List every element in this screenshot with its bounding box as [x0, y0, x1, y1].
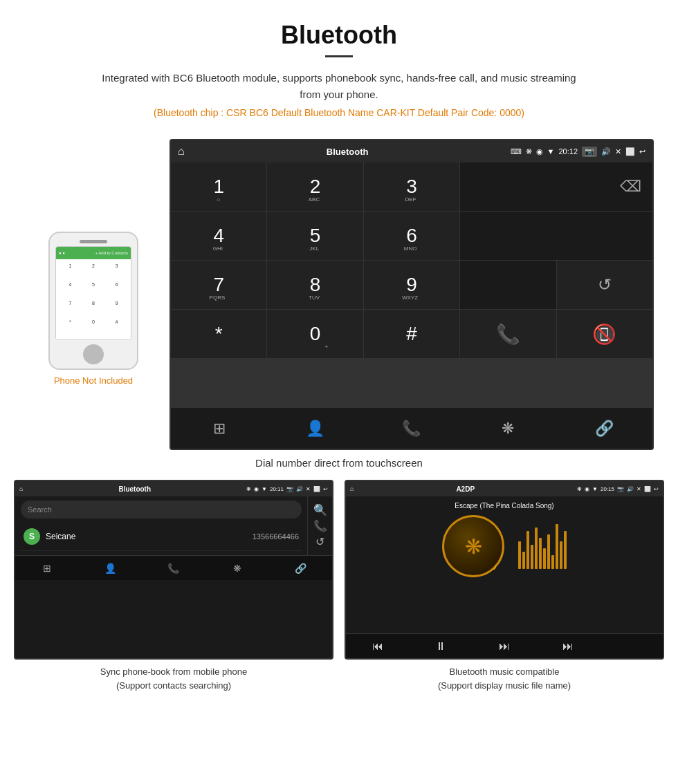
bluetooth-bottom-icon: ❋ — [502, 420, 514, 438]
eq-bar-6 — [539, 538, 542, 569]
pb-bt-btn[interactable]: ❋ — [205, 556, 269, 580]
dial-key-0[interactable]: 0 + — [267, 310, 363, 358]
eq-visualizer — [518, 524, 567, 569]
music-screen-wrap: ⌂ A2DP ❋ ◉ ▼ 20:15 📷 🔊 ✕ ⬜ ↩ Escape (The… — [345, 480, 664, 692]
phone-screen: ● ● + Add to Contacts 123 456 789 *0# — [55, 246, 131, 339]
song-title: Escape (The Pina Colada Song) — [455, 502, 553, 510]
music-back-icon: ↩ — [654, 486, 659, 492]
eq-bar-9 — [551, 555, 554, 569]
bottom-link-icon[interactable]: 🔗 — [556, 408, 652, 449]
bluetooth-info: (Bluetooth chip : CSR BC6 Default Blueto… — [28, 107, 650, 118]
phone-add-contact: + Add to Contacts — [95, 251, 128, 255]
bottom-person-icon[interactable]: 👤 — [267, 408, 363, 449]
search-placeholder: Search — [28, 505, 52, 514]
pb-loc-icon: ◉ — [254, 486, 259, 492]
bottom-screens-area: ⌂ Bluetooth ❋ ◉ ▼ 20:11 📷 🔊 ✕ ⬜ ↩ — [0, 480, 678, 692]
music-title: A2DP — [354, 485, 577, 493]
music-caption: Bluetooth music compatible (Support disp… — [438, 665, 571, 692]
pb-person-btn[interactable]: 👤 — [79, 556, 143, 580]
person-icon: 👤 — [306, 420, 324, 438]
bottom-bluetooth-icon[interactable]: ❋ — [460, 408, 556, 449]
grid-icon: ⊞ — [213, 420, 226, 438]
home-icon: ⌂ — [178, 145, 185, 158]
contact-initial: S — [29, 532, 35, 541]
dial-key-star[interactable]: * — [171, 310, 266, 358]
main-android-screen: ⌂ Bluetooth ⌨ ❋ ◉ ▼ 20:12 📷 🔊 ✕ ⬜ ↩ 1 ⌂ — [170, 139, 654, 450]
search-bar[interactable]: Search — [21, 501, 302, 519]
pb-statusbar-right: ❋ ◉ ▼ 20:11 📷 🔊 ✕ ⬜ ↩ — [246, 486, 328, 492]
phonebook-screen-wrap: ⌂ Bluetooth ❋ ◉ ▼ 20:11 📷 🔊 ✕ ⬜ ↩ — [14, 480, 333, 692]
pb-x-icon: ✕ — [306, 486, 311, 492]
pb-search-side-icon[interactable]: 🔍 — [313, 503, 327, 516]
dial-refresh[interactable]: ↺ — [557, 261, 652, 309]
call-green-icon: 📞 — [496, 323, 520, 346]
contact-name: Seicane — [46, 532, 253, 541]
phone-dial-area: 123 456 789 *0# — [56, 259, 131, 339]
page-description: Integrated with BC6 Bluetooth module, su… — [97, 70, 581, 103]
phonebook-body: Search S Seicane 13566664466 🔍 📞 — [15, 496, 332, 555]
dial-key-3[interactable]: 3 DEF — [364, 162, 459, 211]
page-header: Bluetooth Integrated with BC6 Bluetooth … — [0, 0, 678, 139]
pb-link-btn[interactable]: 🔗 — [268, 556, 332, 580]
dial-key-6[interactable]: 6 MNO — [364, 212, 459, 260]
pb-cam-icon: 📷 — [286, 486, 293, 492]
bottom-grid-icon[interactable]: ⊞ — [171, 408, 267, 449]
dial-key-hash[interactable]: # — [364, 310, 459, 358]
eq-bar-11 — [560, 541, 562, 569]
music-play-pause[interactable]: ⏸ — [410, 634, 473, 658]
eq-bar-10 — [556, 524, 558, 569]
music-screen: ⌂ A2DP ❋ ◉ ▼ 20:15 📷 🔊 ✕ ⬜ ↩ Escape (The… — [345, 480, 664, 660]
camera-icon: 📷 — [582, 147, 597, 157]
music-extra[interactable] — [599, 634, 663, 658]
dial-key-8[interactable]: 8 TUV — [267, 261, 363, 309]
statusbar-right: ⌨ ❋ ◉ ▼ 20:12 📷 🔊 ✕ ⬜ ↩ — [511, 147, 645, 157]
music-skip-fwd[interactable]: ⏭ — [473, 634, 536, 658]
phone-status-left: ● ● — [59, 251, 65, 255]
backspace-icon[interactable]: ⌫ — [620, 178, 641, 196]
music-skip-end[interactable]: ⏭ — [536, 634, 600, 658]
contact-avatar: S — [24, 528, 40, 545]
contact-row[interactable]: S Seicane 13566664466 — [21, 523, 302, 551]
dial-end-button[interactable]: 📵 — [557, 310, 652, 358]
dial-key-7[interactable]: 7 PQRS — [171, 261, 266, 309]
dial-key-5[interactable]: 5 JKL — [267, 212, 363, 260]
pb-title: Bluetooth — [23, 485, 246, 493]
eq-bar-4 — [531, 545, 533, 569]
bottom-phone-icon[interactable]: 📞 — [363, 408, 459, 449]
phone-not-included-label: Phone Not Included — [54, 375, 133, 386]
dial-key-2[interactable]: 2 ABC — [267, 162, 363, 211]
phonebook-screen: ⌂ Bluetooth ❋ ◉ ▼ 20:11 📷 🔊 ✕ ⬜ ↩ — [14, 480, 333, 660]
music-sig-icon: ▼ — [592, 486, 598, 492]
dial-call-button[interactable]: 📞 — [460, 310, 556, 358]
music-statusbar-right: ❋ ◉ ▼ 20:15 📷 🔊 ✕ ⬜ ↩ — [577, 486, 659, 492]
dial-key-1[interactable]: 1 ⌂ — [171, 162, 266, 211]
phone-top-bar: ● ● + Add to Contacts — [56, 247, 131, 259]
window-icon: ⬜ — [625, 147, 635, 156]
pb-refresh-side-icon[interactable]: ↺ — [315, 535, 324, 548]
pb-phone-btn[interactable]: 📞 — [142, 556, 205, 580]
eq-bar-3 — [526, 531, 529, 569]
music-statusbar: ⌂ A2DP ❋ ◉ ▼ 20:15 📷 🔊 ✕ ⬜ ↩ — [346, 481, 663, 496]
pb-call-side-icon[interactable]: 📞 — [313, 519, 327, 532]
phonebook-caption: Sync phone-book from mobile phone (Suppo… — [100, 665, 247, 692]
pb-back-icon: ↩ — [323, 486, 328, 492]
music-skip-back[interactable]: ⏮ — [346, 634, 410, 658]
dial-key-4[interactable]: 4 GHI — [171, 212, 266, 260]
music-bt-icon: ❋ — [577, 486, 582, 492]
phone-icon: 📞 — [402, 420, 421, 438]
pb-grid-btn[interactable]: ⊞ — [15, 556, 79, 580]
contact-number: 13566664466 — [253, 532, 299, 541]
dial-key-9[interactable]: 9 WXYZ — [364, 261, 459, 309]
main-content-area: ● ● + Add to Contacts 123 456 789 *0# Ph… — [0, 139, 678, 450]
music-loc-icon: ◉ — [585, 486, 589, 492]
dial-empty-r2c4 — [460, 212, 652, 260]
eq-bar-5 — [535, 528, 538, 569]
bluetooth-icon: ❋ — [526, 147, 532, 156]
dial-bottom-bar: ⊞ 👤 📞 ❋ 🔗 — [171, 407, 652, 449]
music-content: Escape (The Pina Colada Song) ❋ ♪ — [346, 496, 663, 633]
call-red-icon: 📵 — [592, 323, 616, 346]
pb-bt-icon: ❋ — [246, 486, 251, 492]
pb-vol-icon: 🔊 — [296, 486, 303, 492]
pb-time: 20:11 — [270, 486, 284, 492]
dial-grid: 1 ⌂ 2 ABC 3 DEF ⌫ 4 GHI 5 JKL — [171, 162, 652, 407]
